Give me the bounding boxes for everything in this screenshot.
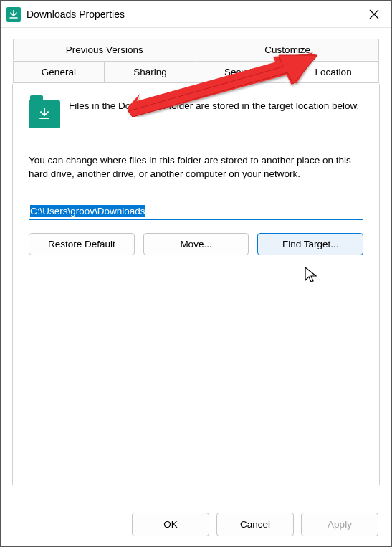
restore-default-button[interactable]: Restore Default <box>29 233 135 255</box>
tab-container: Previous Versions Customize General Shar… <box>12 38 380 84</box>
close-icon[interactable] <box>363 3 386 26</box>
location-change-text: You can change where files in this folde… <box>29 154 363 181</box>
cursor-icon <box>304 266 318 285</box>
find-target-button[interactable]: Find Target... <box>257 233 363 255</box>
downloads-folder-icon <box>6 7 21 22</box>
tab-customize[interactable]: Customize <box>196 39 380 61</box>
dialog-content: Previous Versions Customize General Shar… <box>1 28 391 485</box>
tab-general[interactable]: General <box>13 61 105 83</box>
move-button[interactable]: Move... <box>143 233 249 255</box>
tab-security[interactable]: Security <box>196 61 288 83</box>
tab-sharing[interactable]: Sharing <box>105 61 196 83</box>
ok-button[interactable]: OK <box>132 513 209 536</box>
tab-location[interactable]: Location <box>287 61 379 83</box>
location-description: Files in the Downloads folder are stored… <box>69 98 359 113</box>
apply-button: Apply <box>301 513 378 536</box>
location-panel: Files in the Downloads folder are stored… <box>12 84 380 485</box>
path-text-selected: C:\Users\groov\Downloads <box>30 205 145 217</box>
downloads-folder-large-icon <box>29 100 60 128</box>
location-path-input[interactable]: C:\Users\groov\Downloads <box>29 203 363 220</box>
tab-previous-versions[interactable]: Previous Versions <box>13 39 196 61</box>
cancel-button[interactable]: Cancel <box>216 513 294 536</box>
dialog-footer: OK Cancel Apply <box>132 513 378 536</box>
window-title: Downloads Properties <box>27 9 125 20</box>
titlebar: Downloads Properties <box>1 1 391 28</box>
